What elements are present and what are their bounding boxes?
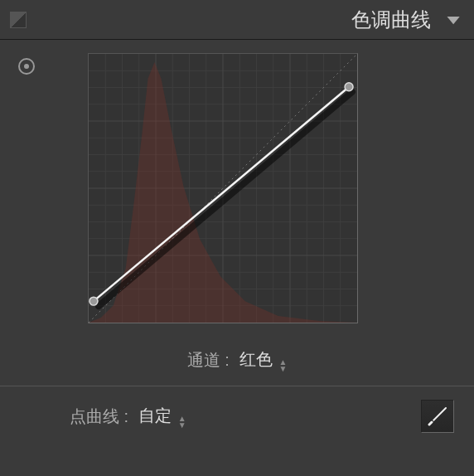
stepper-icon[interactable]: ▲ ▼	[278, 359, 287, 372]
point-curve-value: 自定	[138, 406, 172, 425]
targeted-adjustment-icon[interactable]	[18, 58, 35, 75]
curve-edit-icon	[427, 406, 448, 427]
svg-point-33	[89, 297, 98, 305]
chevron-down-icon: ▼	[178, 422, 186, 429]
channel-row: 通道 : 红色 ▲ ▼	[13, 348, 461, 372]
edit-point-curve-button[interactable]	[421, 400, 454, 433]
collapse-icon[interactable]: ▼	[443, 12, 464, 27]
point-curve-label: 点曲线 :	[70, 406, 128, 428]
channel-selector[interactable]: 红色 ▲ ▼	[239, 348, 287, 372]
footer-row: 点曲线 : 自定 ▲ ▼	[0, 386, 474, 446]
target-dot-icon	[24, 64, 29, 69]
channel-label: 通道 :	[187, 349, 230, 372]
svg-point-34	[345, 83, 353, 91]
tone-curve-graph[interactable]	[88, 53, 358, 323]
channel-value: 红色	[239, 350, 273, 368]
panel-title: 色调曲线	[351, 7, 431, 33]
point-curve-selector[interactable]: 自定 ▲ ▼	[138, 405, 186, 429]
stepper-icon[interactable]: ▲ ▼	[178, 415, 186, 429]
panel-header: 色调曲线 ▼	[0, 0, 474, 40]
panel-toggle-swatch[interactable]	[10, 12, 27, 28]
svg-line-32	[94, 87, 349, 301]
curve-area	[13, 53, 461, 323]
chevron-down-icon: ▼	[278, 366, 287, 372]
